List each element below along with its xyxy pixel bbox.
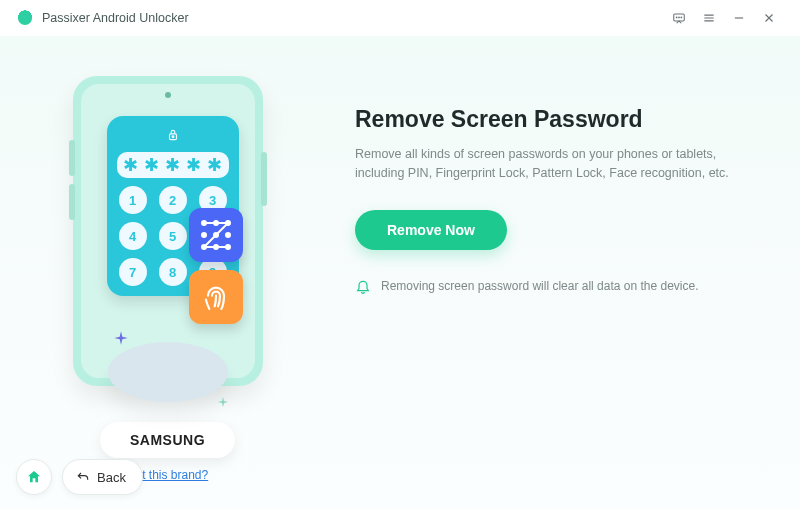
svg-point-8 [225,220,231,226]
fingerprint-card [189,270,243,324]
lock-icon [163,128,183,146]
svg-point-13 [213,244,219,250]
sparkle-icon [113,330,129,346]
app-logo-icon [16,9,34,27]
remove-now-button[interactable]: Remove Now [355,210,507,250]
keypad-key: 2 [159,186,187,214]
svg-point-10 [213,232,219,238]
phone-side-button [261,152,267,206]
svg-point-6 [201,220,207,226]
content-area: ✱✱✱✱✱ 1 2 3 4 5 6 7 8 9 [0,36,800,509]
keypad-key: 1 [119,186,147,214]
back-label: Back [97,470,126,485]
svg-point-1 [676,17,677,18]
menu-button[interactable] [694,6,724,30]
pedestal [108,342,228,402]
page-title: Remove Screen Password [355,106,760,133]
pattern-lock-card [189,208,243,262]
svg-point-12 [201,244,207,250]
phone-illustration: ✱✱✱✱✱ 1 2 3 4 5 6 7 8 9 [73,76,263,386]
main-panel: Remove Screen Password Remove all kinds … [335,36,800,509]
svg-point-11 [225,232,231,238]
keypad-key: 8 [159,258,187,286]
pin-row: ✱✱✱✱✱ [117,152,229,178]
phone-side-button [69,184,75,220]
illustration-column: ✱✱✱✱✱ 1 2 3 4 5 6 7 8 9 [0,36,335,509]
svg-point-9 [201,232,207,238]
home-button[interactable] [16,459,52,495]
svg-point-3 [681,17,682,18]
app-title: Passixer Android Unlocker [42,11,189,25]
svg-point-2 [679,17,680,18]
phone-camera-icon [165,92,171,98]
back-button[interactable]: Back [62,459,143,495]
bell-icon [355,278,371,294]
svg-point-7 [213,220,219,226]
footer-controls: Back [16,459,143,495]
page-description: Remove all kinds of screen passwords on … [355,145,735,184]
svg-point-14 [225,244,231,250]
title-bar: Passixer Android Unlocker [0,0,800,36]
keypad-key: 5 [159,222,187,250]
phone-side-button [69,140,75,176]
feedback-button[interactable] [664,6,694,30]
warning-row: Removing screen password will clear all … [355,278,760,294]
keypad-card: ✱✱✱✱✱ 1 2 3 4 5 6 7 8 9 [107,116,239,296]
keypad-key: 4 [119,222,147,250]
brand-selector[interactable]: SAMSUNG [100,422,235,458]
minimize-button[interactable] [724,6,754,30]
back-arrow-icon [75,469,91,485]
close-button[interactable] [754,6,784,30]
keypad-key: 7 [119,258,147,286]
svg-point-5 [172,136,174,138]
warning-text: Removing screen password will clear all … [381,279,699,293]
sparkle-icon [217,394,229,406]
